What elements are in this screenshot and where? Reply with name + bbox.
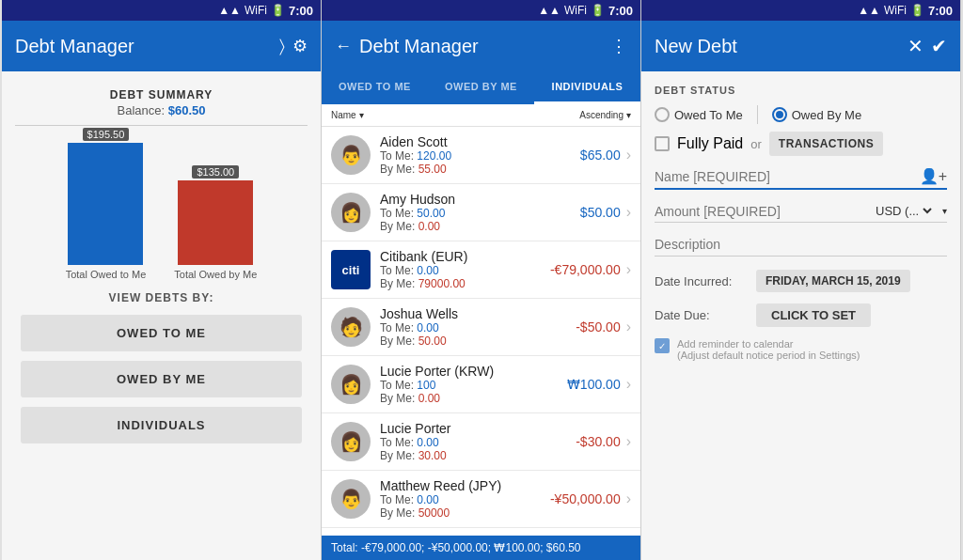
more-icon[interactable]: ⋮ — [610, 36, 627, 56]
bar-group-1: $195.50 Total Owed to Me — [66, 128, 147, 280]
share-icon[interactable]: 〉 — [279, 37, 285, 56]
bar2-label: Total Owed by Me — [174, 269, 257, 280]
name-field-row: 👤+ — [655, 167, 947, 190]
avatar-aiden: 👨 — [331, 135, 371, 175]
to-me-row: To Me: 50.00 — [380, 207, 555, 220]
person-info-lucie: Lucie Porter To Me: 0.00 By Me: 30.00 — [380, 421, 555, 462]
by-me-row: By Me: 50.00 — [380, 334, 555, 348]
name-input[interactable] — [655, 169, 920, 184]
order-sort-select[interactable]: Ascending ▾ — [579, 110, 631, 120]
avatar-lucie: 👩 — [331, 422, 371, 461]
individuals-button[interactable]: INDIVIDUALS — [21, 407, 302, 443]
by-me-val: 55.00 — [418, 163, 447, 176]
balance-amount: $60.50 — [168, 103, 206, 117]
person-info-citibank: Citibank (EUR) To Me: 0.00 By Me: 79000.… — [380, 249, 550, 290]
by-me-row: By Me: 79000.00 — [380, 277, 550, 290]
avatar-amy: 👩 — [331, 193, 371, 232]
status-bar: ▲▲ WiFi 🔋 7:00 — [2, 0, 321, 21]
description-input[interactable] — [655, 237, 947, 252]
transactions-button[interactable]: TRANSACTIONS — [769, 132, 883, 156]
debt-summary-title: DEBT SUMMARY — [2, 88, 321, 101]
bar1-value: $195.50 — [83, 128, 130, 141]
individual-item-aiden[interactable]: 👨 Aiden Scott To Me: 120.00 By Me: 55.00… — [322, 127, 640, 184]
reminder-checkbox[interactable]: ✓ — [655, 338, 670, 353]
wifi-icon-3: WiFi — [884, 4, 907, 17]
individual-item-matthew[interactable]: 👨 Matthew Reed (JPY) To Me: 0.00 By Me: … — [322, 471, 640, 528]
individual-item-joshua[interactable]: 🧑 Joshua Wells To Me: 0.00 By Me: 50.00 … — [322, 299, 640, 356]
fully-paid-label: Fully Paid — [677, 135, 743, 152]
owed-by-me-option[interactable]: Owed By Me — [772, 107, 861, 122]
date-incurred-value[interactable]: FRIDAY, MARCH 15, 2019 — [756, 270, 910, 292]
wifi-icon: WiFi — [245, 4, 267, 17]
individual-item-lucie-krw[interactable]: 👩 Lucie Porter (KRW) To Me: 100 By Me: 0… — [322, 356, 640, 413]
to-me-row: To Me: 0.00 — [380, 493, 550, 506]
bar2-value: $135.00 — [192, 165, 239, 179]
person-name: Citibank (EUR) — [380, 249, 550, 264]
avatar-citibank: citi — [331, 250, 371, 289]
fully-paid-checkbox[interactable] — [655, 136, 670, 151]
amount-col: -$30.00 — [555, 434, 621, 449]
by-me-row: By Me: 0.00 — [380, 220, 555, 233]
tabs-bar: OWED TO ME OWED BY ME INDIVIDUALS — [322, 71, 640, 104]
panel-individuals: ▲▲ WiFi 🔋 7:00 ← Debt Manager ⋮ OWED TO … — [322, 0, 641, 560]
individual-item-amy[interactable]: 👩 Amy Hudson To Me: 50.00 By Me: 0.00 $5… — [322, 184, 640, 241]
owed-by-me-button[interactable]: OWED BY ME — [21, 361, 302, 397]
chevron-icon: › — [626, 204, 631, 221]
cancel-icon[interactable]: ✕ — [908, 35, 924, 57]
bar-owed-to-me — [68, 143, 143, 265]
debt-status-label: DEBT STATUS — [655, 85, 947, 96]
person-info-amy: Amy Hudson To Me: 50.00 By Me: 0.00 — [380, 192, 555, 233]
individual-item-citibank[interactable]: citi Citibank (EUR) To Me: 0.00 By Me: 7… — [322, 241, 640, 299]
battery-icon: 🔋 — [271, 4, 285, 17]
by-me-val: 0.00 — [418, 220, 440, 233]
chevron-icon: › — [626, 376, 631, 393]
top-bar-2: ← Debt Manager ⋮ — [322, 21, 640, 71]
amount-input[interactable] — [655, 204, 864, 219]
by-me-row: By Me: 0.00 — [380, 392, 555, 405]
new-debt-title: New Debt — [655, 36, 900, 57]
panel-debt-manager-home: ▲▲ WiFi 🔋 7:00 Debt Manager 〉 ⚙ DEBT SUM… — [2, 0, 322, 560]
by-me-val: 30.00 — [418, 449, 447, 462]
tab-owed-to-me[interactable]: OWED TO ME — [322, 71, 428, 104]
owed-to-me-radio[interactable] — [655, 107, 670, 122]
to-me-val: 100 — [417, 379, 435, 392]
tab-owed-by-me[interactable]: OWED BY ME — [428, 71, 534, 104]
by-me-val: 79000.00 — [418, 277, 466, 290]
to-me-val: 50.00 — [417, 207, 445, 220]
description-field-row — [655, 236, 947, 257]
date-incurred-row: Date Incurred: FRIDAY, MARCH 15, 2019 — [655, 270, 947, 292]
bar1-label: Total Owed to Me — [66, 269, 147, 280]
sort-bar: Name ▾ Ascending ▾ — [322, 104, 640, 127]
individual-item-lucie[interactable]: 👩 Lucie Porter To Me: 0.00 By Me: 30.00 … — [322, 413, 640, 471]
person-name: Matthew Reed (JPY) — [380, 478, 550, 493]
confirm-icon[interactable]: ✔ — [931, 35, 947, 57]
owed-to-me-button[interactable]: OWED TO ME — [21, 315, 302, 351]
name-sort-select[interactable]: Name ▾ — [331, 110, 364, 120]
owed-to-me-option[interactable]: Owed To Me — [655, 107, 743, 122]
settings-icon[interactable]: ⚙ — [292, 36, 308, 56]
click-to-set-button[interactable]: CLICK TO SET — [756, 303, 871, 327]
to-me-val: 0.00 — [417, 493, 438, 506]
back-icon[interactable]: ← — [335, 37, 352, 56]
chevron-icon: › — [626, 261, 631, 278]
reminder-subtext: (Adjust default notice period in Setting… — [677, 350, 860, 361]
amount-col: -€79,000.00 — [550, 262, 621, 277]
divider — [15, 125, 308, 126]
to-me-row: To Me: 0.00 — [380, 321, 555, 334]
chevron-icon: › — [626, 147, 631, 163]
balance-row: Balance: $60.50 — [2, 103, 321, 117]
date-incurred-label: Date Incurred: — [655, 274, 749, 288]
status-bar-2: ▲▲ WiFi 🔋 7:00 — [322, 0, 640, 21]
reminder-text: Add reminder to calendar — [677, 338, 860, 350]
debt-status-row: Owed To Me Owed By Me — [655, 105, 947, 124]
signal-icon: ▲▲ — [218, 4, 241, 17]
owed-by-me-radio[interactable] — [772, 107, 787, 122]
currency-select[interactable]: USD (... — [872, 203, 935, 219]
amount-col: -$50.00 — [555, 319, 621, 334]
tab-individuals[interactable]: INDIVIDUALS — [534, 71, 640, 104]
or-label: or — [750, 137, 762, 151]
top-bar: Debt Manager 〉 ⚙ — [2, 21, 321, 71]
by-me-val: 0.00 — [418, 392, 440, 405]
panel-new-debt: ▲▲ WiFi 🔋 7:00 New Debt ✕ ✔ DEBT STATUS … — [641, 0, 961, 560]
fully-paid-row: Fully Paid or TRANSACTIONS — [655, 132, 947, 156]
